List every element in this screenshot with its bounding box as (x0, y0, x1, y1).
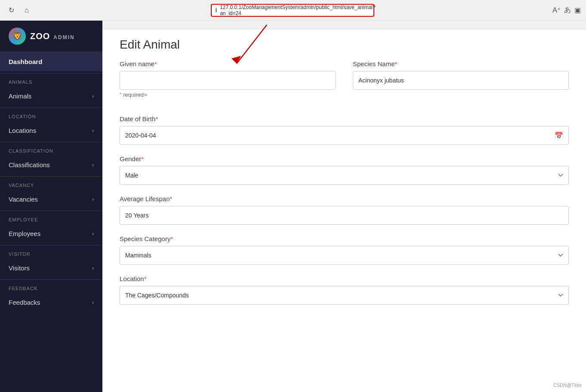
location-select[interactable]: The Cages/Compounds (120, 286, 569, 305)
given-name-required: * (154, 60, 157, 67)
required-note: " required> (120, 92, 336, 98)
species-category-select[interactable]: Mammals Birds Reptiles Fish Amphibians (120, 246, 569, 265)
classifications-chevron: › (92, 162, 94, 168)
reload-icon[interactable]: ↻ (5, 4, 17, 16)
sidebar-item-employees[interactable]: Employees › (0, 224, 102, 243)
animals-label: Animals (9, 92, 31, 100)
logo-icon: 🦁 (9, 28, 26, 45)
dob-label: Date of Birth* (120, 115, 569, 122)
sidebar-item-animals[interactable]: Animals › (0, 86, 102, 106)
browser-right-icons: A⁺ あ ▣ (552, 6, 581, 15)
visitors-label: Visitors (9, 264, 30, 272)
gender-select[interactable]: Male Female (120, 166, 569, 185)
page-title: Edit Animal (102, 29, 586, 60)
section-label-visitor: VISITOR (0, 247, 102, 258)
visitors-chevron: › (92, 265, 94, 271)
section-label-feedback: FEEDBACK (0, 282, 102, 293)
locations-label: Locations (9, 127, 36, 134)
address-bar-wrap: ℹ 127.0.0.1/ZooManagementSystem/admin/pu… (37, 4, 548, 17)
vacancies-label: Vacancies (9, 196, 38, 203)
sidebar-item-vacancies[interactable]: Vacancies › (0, 190, 102, 209)
dob-input[interactable] (125, 132, 555, 139)
feedbacks-chevron: › (92, 300, 94, 306)
vacancies-chevron: › (92, 196, 94, 202)
watermark: CSDN@Tkite (553, 383, 582, 388)
split-icon[interactable]: ▣ (574, 6, 581, 14)
species-name-required: * (395, 60, 398, 67)
top-bar (102, 21, 586, 29)
sidebar-dashboard-label: Dashboard (9, 58, 42, 65)
main-content: Edit Animal Given name* " required> Spec… (102, 21, 586, 392)
species-category-group: Species Category* Mammals Birds Reptiles… (120, 235, 569, 265)
given-name-group: Given name* " required> (120, 60, 336, 105)
avg-lifespan-label: Average Lifespan* (120, 195, 569, 202)
logo-admin: ADMIN (53, 34, 74, 40)
location-label: Location* (120, 275, 569, 282)
form-container: Given name* " required> Species Name* Da… (102, 60, 586, 332)
employees-chevron: › (92, 231, 94, 237)
sidebar: 🦁 ZOO ADMIN Dashboard ANIMALS Animals › … (0, 21, 102, 392)
browser-nav-icons: ↻ ⌂ (5, 4, 33, 16)
logo-text: ZOO (30, 31, 50, 41)
locations-chevron: › (92, 128, 94, 134)
form-row-1: Given name* " required> Species Name* (120, 60, 569, 105)
sidebar-item-dashboard[interactable]: Dashboard (0, 52, 102, 71)
section-label-employee: EMPLOYEE (0, 213, 102, 224)
given-name-label: Given name* (120, 60, 336, 67)
gender-group: Gender* Male Female (120, 155, 569, 185)
reading-icon[interactable]: A⁺ (552, 6, 561, 14)
avg-lifespan-input[interactable] (120, 206, 569, 225)
home-icon[interactable]: ⌂ (21, 4, 33, 16)
sidebar-item-feedbacks[interactable]: Feedbacks › (0, 293, 102, 312)
gender-label: Gender* (120, 155, 569, 162)
species-category-label: Species Category* (120, 235, 569, 242)
browser-bar: ↻ ⌂ ℹ 127.0.0.1/ZooManagementSystem/admi… (0, 0, 586, 21)
calendar-icon[interactable]: 📅 (555, 132, 563, 140)
url-text: 127.0.0.1/ZooManagementSystem/admin/publ… (220, 4, 376, 16)
section-label-location: LOCATION (0, 110, 102, 121)
font-icon[interactable]: あ (564, 6, 571, 15)
given-name-input[interactable] (120, 71, 336, 90)
employees-label: Employees (9, 230, 40, 237)
dob-group: Date of Birth* 📅 (120, 115, 569, 145)
section-label-vacancy: VACANCY (0, 178, 102, 190)
dob-input-wrapper[interactable]: 📅 (120, 126, 569, 145)
sidebar-item-locations[interactable]: Locations › (0, 121, 102, 140)
animals-chevron: › (92, 93, 94, 99)
avg-lifespan-group: Average Lifespan* (120, 195, 569, 225)
section-label-classification: CLASSIFICATION (0, 144, 102, 155)
classifications-label: Classifications (9, 161, 50, 168)
species-name-input[interactable] (353, 71, 569, 90)
species-name-group: Species Name* (353, 60, 569, 105)
sidebar-nav: Dashboard ANIMALS Animals › LOCATION Loc… (0, 52, 102, 392)
info-icon: ℹ (215, 7, 217, 13)
section-label-animals: ANIMALS (0, 75, 102, 86)
location-group: Location* The Cages/Compounds (120, 275, 569, 305)
sidebar-item-visitors[interactable]: Visitors › (0, 258, 102, 278)
sidebar-logo: 🦁 ZOO ADMIN (0, 21, 102, 52)
feedbacks-label: Feedbacks (9, 299, 40, 306)
species-name-label: Species Name* (353, 60, 569, 67)
address-bar[interactable]: ℹ 127.0.0.1/ZooManagementSystem/admin/pu… (211, 4, 374, 17)
sidebar-item-classifications[interactable]: Classifications › (0, 155, 102, 175)
